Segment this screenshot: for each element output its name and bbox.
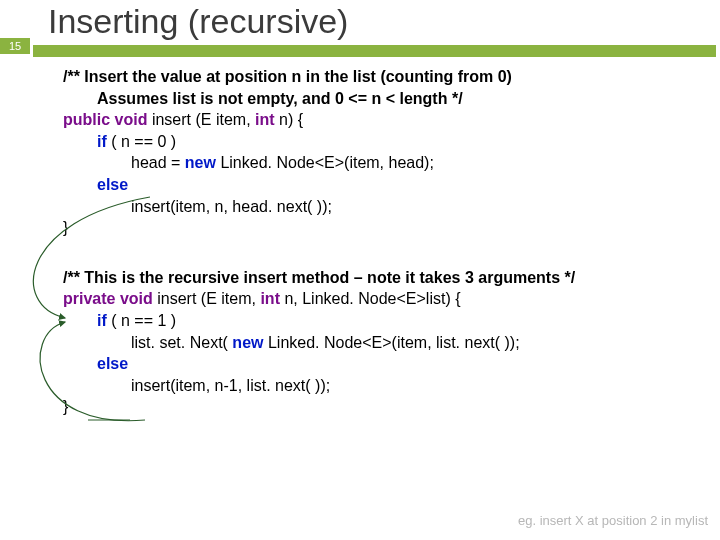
if-line: if ( n == 1 )	[63, 310, 704, 332]
method-signature: private void insert (E item, int n, Link…	[63, 288, 704, 310]
sig-text: insert (E item,	[152, 111, 255, 128]
keyword-public: public	[63, 111, 110, 128]
comment-line: /** This is the recursive insert method …	[63, 267, 704, 289]
code-content: /** Insert the value at position n in th…	[63, 66, 704, 418]
if-cond: ( n == 0 )	[111, 133, 176, 150]
keyword-int: int	[255, 111, 275, 128]
assign-line: head = new Linked. Node<E>(item, head);	[63, 152, 704, 174]
comment-line: /** Insert the value at position n in th…	[63, 66, 704, 88]
recurse-line: insert(item, n-1, list. next( ));	[63, 375, 704, 397]
keyword-new: new	[185, 154, 216, 171]
if-cond: ( n == 1 )	[111, 312, 176, 329]
keyword-if: if	[97, 312, 107, 329]
keyword-else: else	[97, 355, 128, 372]
comment-line: Assumes list is not empty, and 0 <= n < …	[63, 88, 704, 110]
else-line: else	[63, 174, 704, 196]
keyword-new: new	[232, 334, 263, 351]
keyword-if: if	[97, 133, 107, 150]
if-line: if ( n == 0 )	[63, 131, 704, 153]
recurse-line: insert(item, n, head. next( ));	[63, 196, 704, 218]
setnext-post: Linked. Node<E>(item, list. next( ));	[268, 334, 520, 351]
keyword-else: else	[97, 176, 128, 193]
method-signature: public void insert (E item, int n) {	[63, 109, 704, 131]
sig-text: n) {	[279, 111, 303, 128]
else-line: else	[63, 353, 704, 375]
setnext-pre: list. set. Next(	[131, 334, 228, 351]
page-number-badge: 15	[0, 38, 30, 54]
sig-text: insert (E item,	[157, 290, 260, 307]
sig-text: n, Linked. Node<E>list) {	[284, 290, 460, 307]
page-number: 15	[9, 40, 21, 52]
newnode-text: Linked. Node<E>(item, head);	[220, 154, 433, 171]
close-brace: }	[63, 217, 704, 239]
assign-text: head =	[131, 154, 185, 171]
slide-title: Inserting (recursive)	[48, 2, 348, 41]
keyword-int: int	[260, 290, 280, 307]
keyword-void: void	[115, 111, 148, 128]
close-brace: }	[63, 396, 704, 418]
setnext-line: list. set. Next( new Linked. Node<E>(ite…	[63, 332, 704, 354]
keyword-private: private	[63, 290, 115, 307]
title-underline-bar	[33, 45, 716, 57]
example-caption: eg. insert X at position 2 in mylist	[518, 513, 708, 528]
keyword-void: void	[120, 290, 153, 307]
slide-header: 15 Inserting (recursive)	[0, 0, 720, 62]
